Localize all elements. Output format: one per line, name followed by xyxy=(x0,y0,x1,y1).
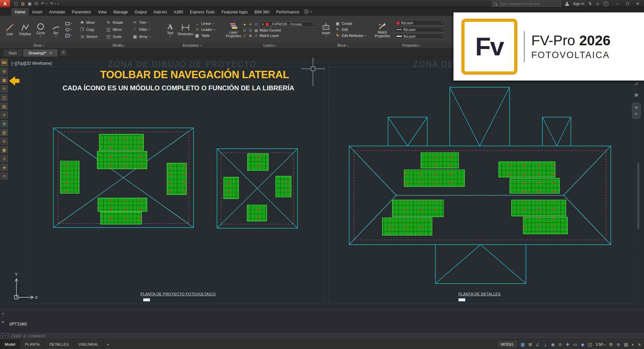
block-panel-label[interactable]: Block ▾ xyxy=(316,42,369,48)
tab-featured-apps[interactable]: Featured Apps xyxy=(218,8,251,16)
layer-lock-icon[interactable]: ⊙ xyxy=(254,22,258,26)
close-command-icon[interactable]: ✕ xyxy=(2,311,4,316)
layout-tab-unilineal[interactable]: UNILINEAL xyxy=(74,339,103,349)
customization-menu-icon[interactable]: ≡ xyxy=(638,342,641,347)
customize-command-icon[interactable]: ⚙ xyxy=(2,320,4,324)
rotate-tool[interactable]: ↻Rotate xyxy=(106,20,132,25)
grid-toggle-icon[interactable]: ▦ xyxy=(521,342,525,347)
layer-dropdown[interactable]: ☀ _FVPRO26 - Circulac ▾ xyxy=(260,21,316,27)
help-icon[interactable]: ? xyxy=(603,1,608,6)
plot-icon[interactable]: ⊡ xyxy=(35,1,38,6)
draw-panel-label[interactable]: Draw ▾ xyxy=(0,42,78,48)
stretch-tool[interactable]: ⇲Stretch xyxy=(79,34,106,39)
tab-express-tools[interactable]: Express Tools xyxy=(186,8,218,16)
file-tab-drawing2[interactable]: Drawing2*✕ xyxy=(23,49,58,57)
transparency-toggle-icon[interactable]: ◆ xyxy=(581,342,584,347)
hatch-tool[interactable]: ▾ xyxy=(65,33,72,38)
qat-customize-caret-icon[interactable]: ▾ xyxy=(57,2,59,5)
a360-sync-icon[interactable]: ⇅ xyxy=(588,1,592,6)
block-edit-attributes-tool[interactable]: ✎Edit Attributes ▾ xyxy=(335,33,367,38)
autocad-logo-icon[interactable]: A xyxy=(0,0,10,7)
polyline-tool[interactable]: Polyline xyxy=(17,23,33,36)
annotation-visibility-icon[interactable]: ⊕ xyxy=(616,342,620,347)
insert-tool[interactable]: Insert ▾ xyxy=(318,22,334,37)
drawing-canvas[interactable]: Y X [−][Top][2D Wireframe] ZONA DE DIBUJ… xyxy=(0,57,644,309)
fillet-tool[interactable]: ◜Fillet ▾ xyxy=(132,27,159,32)
block-edit-tool[interactable]: ✎Edit xyxy=(335,27,367,32)
workspace-switch-icon[interactable]: ⚙ xyxy=(609,342,613,347)
new-file-icon[interactable]: ▢ xyxy=(14,1,18,6)
minimize-button[interactable]: – xyxy=(612,0,623,7)
linetype-dropdown[interactable]: ByLayer ▾ xyxy=(394,27,445,32)
redo-caret-icon[interactable]: ▾ xyxy=(55,2,56,5)
redo-icon[interactable]: ↷ xyxy=(50,1,53,6)
record-macro-icon[interactable] xyxy=(304,9,309,14)
circle-tool[interactable]: Circle ▾ xyxy=(33,22,48,37)
arc-tool[interactable]: Arc ▾ xyxy=(48,22,64,37)
layer-on-icon[interactable]: ● xyxy=(243,22,247,26)
new-drawing-tab-button[interactable]: + xyxy=(60,49,67,56)
selection-cycling-icon[interactable]: ◰ xyxy=(588,342,592,347)
ribbon-options-caret-icon[interactable]: ▾ xyxy=(310,10,312,13)
close-tab-icon[interactable]: ✕ xyxy=(50,51,52,55)
ellipse-tool[interactable]: ▾ xyxy=(65,27,72,32)
fv-array-module-icon[interactable]: ▦ xyxy=(1,77,8,84)
fv-settings-icon[interactable]: ⚙ xyxy=(1,68,8,75)
snap-toggle-icon[interactable]: ⊞ xyxy=(529,342,532,347)
open-file-icon[interactable]: ▤ xyxy=(21,1,24,6)
ortho-toggle-icon[interactable]: ⊥ xyxy=(543,342,547,347)
otrack-toggle-icon[interactable]: ⊙ xyxy=(558,342,562,347)
scale-tool[interactable]: ◰Scale xyxy=(106,34,132,39)
fv-layout-module-icon[interactable]: ▤ xyxy=(1,103,8,110)
search-input[interactable] xyxy=(498,1,559,6)
match-properties-tool[interactable]: MatchProperties xyxy=(372,21,393,38)
layers-panel-label[interactable]: Layers ▾ xyxy=(224,42,316,48)
tab-annotate[interactable]: Annotate xyxy=(46,8,68,16)
osnap-toggle-icon[interactable]: ◉ xyxy=(551,342,554,347)
polar-tracking-icon[interactable]: ∠ xyxy=(536,342,540,347)
properties-panel-label[interactable]: Properties ▾ xyxy=(370,42,453,48)
viewport-controls[interactable]: [−][Top][2D Wireframe] xyxy=(11,61,52,66)
modify-panel-label[interactable]: Modify ▾ xyxy=(78,42,160,48)
fv-close-module-icon[interactable]: ✕ xyxy=(1,172,8,180)
move-tool[interactable]: ✚Move xyxy=(79,20,106,25)
annotation-panel-label[interactable]: Annotation ▾ xyxy=(160,42,223,48)
tab-view[interactable]: View xyxy=(95,8,110,16)
layer-thaw-icon[interactable]: ☀ xyxy=(248,22,253,26)
block-create-tool[interactable]: ▣Create xyxy=(335,21,367,26)
fv-panel-grid-icon[interactable]: ⊞ xyxy=(1,120,8,127)
table-tool[interactable]: ▦Table xyxy=(195,33,215,38)
layout-tab-model[interactable]: Model xyxy=(0,339,20,349)
fv-diamond-module-icon[interactable]: ◈ xyxy=(1,164,8,171)
trim-tool[interactable]: ✂Trim ▾ xyxy=(132,20,159,25)
lineweight-dropdown[interactable]: ByLayer ▾ xyxy=(394,34,445,39)
mirror-tool[interactable]: ◫Mirror xyxy=(106,27,132,32)
search-box[interactable] xyxy=(492,1,561,7)
color-dropdown[interactable]: ByLayer ▾ xyxy=(394,20,445,26)
tab-home[interactable]: Home xyxy=(11,8,29,16)
undo-caret-icon[interactable]: ▾ xyxy=(46,2,47,5)
layout-tab-planta[interactable]: PLANTA xyxy=(20,339,45,349)
fv-list-module-icon[interactable]: ≡ xyxy=(1,155,8,162)
user-avatar-icon[interactable] xyxy=(565,2,569,6)
fv-mirror-module-icon[interactable]: ◫ xyxy=(1,94,8,101)
line-tool[interactable]: Line xyxy=(2,23,17,36)
fv-rotate-module-icon[interactable]: ↻ xyxy=(1,85,8,92)
dimension-tool[interactable]: Dimension xyxy=(178,23,193,36)
new-layout-button[interactable]: + xyxy=(104,342,113,347)
make-current-tool[interactable]: ☑ ⊟ ▨ Make Current xyxy=(243,28,316,32)
tab-addins[interactable]: Add-ins xyxy=(150,8,170,16)
layer-properties-tool[interactable]: Layer Properties xyxy=(226,21,241,38)
model-space-button[interactable]: MODEL xyxy=(498,341,517,347)
tab-performance[interactable]: Performance xyxy=(273,8,303,16)
layout-tab-detalles[interactable]: DETALLES xyxy=(45,339,74,349)
nav-wheel-panel[interactable]: ⊕ ↻ xyxy=(632,103,641,119)
annotation-scale-button[interactable]: 1:50 ▾ xyxy=(596,342,605,346)
tab-manage[interactable]: Manage xyxy=(110,8,131,16)
units-icon[interactable]: ▤ xyxy=(624,342,628,347)
text-tool[interactable]: A Text ▾ xyxy=(162,22,178,37)
close-button[interactable]: ✕ xyxy=(633,0,643,7)
copy-tool[interactable]: ❐Copy xyxy=(79,27,106,32)
save-icon[interactable]: ▣ xyxy=(28,1,32,6)
linear-tool[interactable]: ↔Linear ▾ xyxy=(195,21,215,26)
